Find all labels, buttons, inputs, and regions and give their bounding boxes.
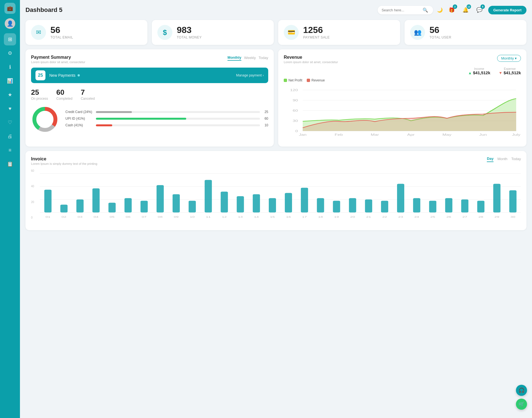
gift-badge: 2 bbox=[453, 4, 457, 9]
new-payments-bar: 25 New Payments Manage payment › bbox=[31, 68, 268, 83]
revenue-monthly-btn[interactable]: Monthly ▾ bbox=[497, 55, 521, 62]
progress-item-cc: Credit Card (24%) 25 bbox=[65, 110, 268, 114]
income-label: Income bbox=[468, 67, 490, 70]
svg-text:0: 0 bbox=[295, 130, 298, 133]
svg-text:06: 06 bbox=[126, 216, 131, 219]
chat-icon-btn[interactable]: 💬5 bbox=[474, 5, 484, 15]
sidebar-item-star[interactable]: ★ bbox=[4, 89, 16, 101]
svg-text:04: 04 bbox=[94, 216, 98, 219]
svg-rect-36 bbox=[124, 198, 132, 212]
sidebar-item-heart2[interactable]: ♡ bbox=[4, 116, 16, 129]
tab-today[interactable]: Today bbox=[259, 55, 268, 60]
payment-summary-header: Payment Summary Lorem ipsum dolor sit am… bbox=[31, 55, 268, 64]
on-process-label: On process bbox=[31, 97, 48, 101]
svg-rect-76 bbox=[445, 198, 452, 212]
bell-icon-btn[interactable]: 🔔12 bbox=[461, 5, 470, 15]
progress-label-upi: UPI ID (41%) bbox=[65, 117, 93, 120]
progress-label-cash: Cash (41%) bbox=[65, 123, 93, 127]
total-email-label: TOTAL EMAIL bbox=[50, 35, 73, 39]
invoice-tab-day[interactable]: Day bbox=[487, 157, 493, 162]
stat-card-payment-sale: 💳 1256 PAYMENT SALE bbox=[278, 20, 400, 45]
svg-rect-44 bbox=[189, 201, 196, 212]
legend-label-net-profit: Net Profit bbox=[288, 78, 302, 82]
svg-text:18: 18 bbox=[318, 216, 323, 219]
payment-sale-number: 1256 bbox=[303, 25, 330, 34]
svg-text:26: 26 bbox=[446, 216, 451, 219]
total-user-icon: 👥 bbox=[410, 25, 425, 40]
chart-row: Credit Card (24%) 25 UPI ID (41%) 60 bbox=[31, 106, 268, 134]
total-user-number: 56 bbox=[429, 25, 451, 34]
svg-text:08: 08 bbox=[158, 216, 162, 219]
progress-item-cash: Cash (41%) 10 bbox=[65, 123, 268, 127]
sidebar-item-print[interactable]: 🖨 bbox=[4, 130, 16, 142]
main-content: Dashboard 5 🔍 🌙 🎁2 🔔12 💬5 Generate Repor… bbox=[20, 0, 532, 418]
search-box[interactable]: 🔍 bbox=[378, 6, 433, 14]
income-expense-row: Income ▲ $41,512k Expense ▼ $41,512k bbox=[284, 67, 521, 75]
invoice-tab-month[interactable]: Month bbox=[497, 157, 507, 162]
total-money-icon: $ bbox=[157, 25, 172, 40]
sidebar-item-chart[interactable]: 📊 bbox=[4, 75, 16, 87]
svg-rect-26 bbox=[44, 190, 52, 212]
svg-text:07: 07 bbox=[142, 216, 146, 219]
sidebar-item-menu[interactable]: ≡ bbox=[4, 144, 16, 156]
sidebar-item-heart1[interactable]: ♥ bbox=[4, 102, 16, 115]
search-icon: 🔍 bbox=[423, 7, 428, 13]
gift-icon-btn[interactable]: 🎁2 bbox=[447, 5, 457, 15]
tab-weekly[interactable]: Weekly bbox=[244, 55, 256, 60]
income-up-icon: ▲ bbox=[468, 71, 472, 75]
svg-text:15: 15 bbox=[270, 216, 275, 219]
support-float-btn[interactable]: 🎧 bbox=[516, 385, 527, 396]
manage-payment-link[interactable]: Manage payment › bbox=[236, 73, 264, 77]
sidebar: 💼 👤 ⊞ ⚙ ℹ 📊 ★ ♥ ♡ 🖨 ≡ 📋 bbox=[0, 0, 20, 418]
legend-dot-revenue bbox=[307, 79, 310, 82]
expense-label: Expense bbox=[499, 67, 521, 70]
svg-text:30: 30 bbox=[293, 119, 298, 122]
svg-rect-46 bbox=[205, 180, 212, 213]
stat-on-process: 25 On process bbox=[31, 88, 48, 101]
svg-rect-48 bbox=[221, 192, 228, 212]
progress-fill-upi bbox=[96, 118, 186, 120]
invoice-tab-today[interactable]: Today bbox=[511, 157, 521, 162]
progress-item-upi: UPI ID (41%) 60 bbox=[65, 117, 268, 120]
svg-text:25: 25 bbox=[430, 216, 435, 219]
total-user-label: TOTAL USER bbox=[429, 35, 451, 39]
svg-text:23: 23 bbox=[398, 216, 403, 219]
svg-text:10: 10 bbox=[190, 216, 195, 219]
expense-block: Expense ▼ $41,512k bbox=[499, 67, 521, 75]
svg-text:03: 03 bbox=[78, 216, 82, 219]
sidebar-logo[interactable]: 💼 bbox=[4, 3, 16, 14]
sidebar-item-info[interactable]: ℹ bbox=[4, 61, 16, 73]
y-label-0: 0 bbox=[31, 216, 39, 219]
stat-card-total-user: 👥 56 TOTAL USER bbox=[405, 20, 526, 45]
sidebar-item-list[interactable]: 📋 bbox=[4, 158, 16, 170]
cart-float-btn[interactable]: 🛒 bbox=[516, 399, 527, 410]
theme-toggle-icon[interactable]: 🌙 bbox=[437, 7, 443, 13]
svg-rect-34 bbox=[108, 203, 116, 212]
invoice-bar-svg: 0102030405060708091011121314151617181920… bbox=[40, 169, 521, 225]
sidebar-item-dashboard[interactable]: ⊞ bbox=[4, 33, 16, 45]
svg-rect-66 bbox=[365, 199, 372, 212]
revenue-subtitle: Lorem ipsum dolor sit amet, consectetur bbox=[284, 60, 338, 64]
generate-report-button[interactable]: Generate Report bbox=[488, 6, 526, 14]
svg-rect-56 bbox=[285, 193, 292, 213]
sidebar-item-settings[interactable]: ⚙ bbox=[4, 47, 16, 59]
stat-completed: 60 Completed bbox=[56, 88, 72, 101]
payment-stats-row: 25 On process 60 Completed 7 Canceled bbox=[31, 88, 268, 101]
avatar[interactable]: 👤 bbox=[5, 18, 15, 29]
new-payments-label: New Payments bbox=[49, 73, 232, 78]
invoice-subtitle: Lorem Ipsum is simply dummy text of the … bbox=[31, 162, 97, 165]
svg-text:120: 120 bbox=[290, 89, 298, 92]
svg-text:27: 27 bbox=[462, 216, 467, 219]
svg-rect-68 bbox=[381, 201, 388, 212]
tab-monthly[interactable]: Monthly bbox=[227, 55, 241, 61]
svg-point-4 bbox=[38, 112, 52, 127]
svg-text:90: 90 bbox=[293, 99, 298, 102]
search-input[interactable] bbox=[382, 8, 420, 12]
stat-cards-row: ✉ 56 TOTAL EMAIL $ 983 TOTAL MONEY 💳 125… bbox=[25, 20, 526, 45]
svg-rect-60 bbox=[317, 198, 324, 212]
canceled-num: 7 bbox=[81, 88, 95, 97]
svg-rect-62 bbox=[333, 201, 340, 212]
progress-bar-upi bbox=[96, 118, 260, 120]
svg-text:02: 02 bbox=[62, 216, 66, 219]
progress-label-cc: Credit Card (24%) bbox=[65, 110, 93, 114]
